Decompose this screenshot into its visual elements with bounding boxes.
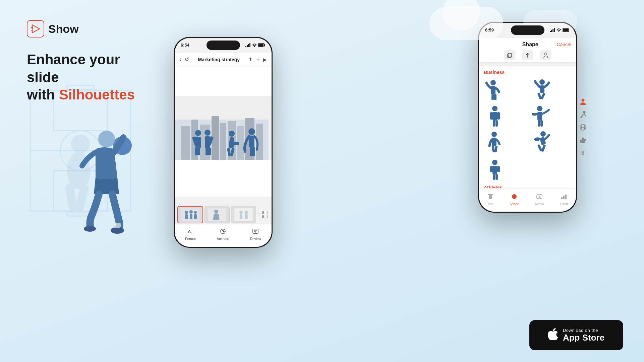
svg-rect-19 [245,46,246,47]
person-cat-svg [579,98,587,105]
svg-rect-53 [252,147,255,156]
business-shape-5[interactable] [484,130,507,153]
svg-point-45 [229,131,235,137]
thumbnail-strip [177,206,269,223]
copy-icon-svg [507,52,513,58]
svg-point-64 [239,211,243,214]
back-icon[interactable]: ‹ [179,56,181,63]
thumbnail-3[interactable] [231,206,256,223]
svg-point-86 [544,53,547,55]
phone-1-status-icons [245,43,266,47]
shape-icon-svg [511,193,518,200]
svg-rect-142 [580,140,582,143]
chart-tab-icon [561,193,567,202]
thumb-silhouette-3 [234,208,253,221]
text-tab-icon [487,193,494,202]
svg-marker-16 [32,25,40,33]
svg-marker-133 [539,196,541,199]
logo-text: Show [48,22,79,35]
headline-line1: Enhance your slide [27,52,120,85]
biz-silhouette-1 [485,79,507,100]
svg-point-55 [185,211,188,214]
text-tab-label: Text [487,202,493,206]
svg-rect-68 [259,211,262,214]
app-store-button[interactable]: Download on the App Store [529,320,623,350]
play-icon[interactable]: ▶ [263,57,267,62]
arrange-icon-svg [525,52,531,58]
svg-rect-44 [208,148,211,155]
thumbnail-2[interactable] [204,206,230,223]
share-icon[interactable]: ⬆ [248,57,253,63]
review-tab[interactable]: Review [250,228,261,241]
battery-icon [258,43,266,47]
animate-label: Animate [217,237,229,241]
svg-rect-80 [552,29,553,32]
running-category-icon[interactable] [578,110,588,119]
format-icon: A + [187,228,194,236]
biz-silhouette-4 [530,105,552,127]
cancel-button[interactable]: Cancel [557,42,571,47]
person-category-icon[interactable] [578,97,588,106]
svg-text:+: + [190,231,192,235]
copy-shape-icon[interactable] [504,50,515,60]
business-shape-3[interactable] [484,104,507,127]
animate-tab[interactable]: Animate [217,228,229,241]
business-shape-7[interactable] [484,157,507,181]
globe-category-icon[interactable] [578,123,588,132]
chart-tab[interactable]: Chart [560,193,568,206]
svg-point-40 [204,130,211,136]
phone-1-frame: 6:54 [174,37,273,248]
undo-icon[interactable]: ↺ [185,56,189,63]
svg-rect-43 [206,148,208,155]
player-illustration [34,114,141,238]
business-shape-6[interactable] [530,130,553,153]
svg-rect-78 [550,31,551,32]
svg-text:$: $ [581,150,584,156]
slides-grid-icon [259,211,268,218]
thumbsup-category-icon[interactable] [578,135,588,145]
business-shape-2[interactable] [530,78,553,101]
thumb-silhouette-1 [181,208,199,221]
business-shape-4[interactable] [530,104,553,127]
phone-1: 6:54 [174,37,273,248]
thumbnail-1[interactable] [177,206,203,223]
phone-2-status-icons [550,28,570,32]
add-icon[interactable]: + [256,56,260,63]
logo-area: Show [27,20,154,38]
slide-silhouettes [175,126,269,160]
phone-1-status-bar: 6:54 [181,43,266,48]
svg-rect-96 [492,112,497,121]
dollar-category-icon[interactable]: $ [578,148,588,157]
arrange-icon[interactable] [522,50,533,60]
format-tab[interactable]: A + Format [185,228,196,241]
business-shape-extra [484,157,573,181]
shape-tab-icons [484,50,571,60]
svg-rect-48 [230,148,235,156]
svg-rect-70 [259,215,262,218]
thumb-silhouette-2 [208,208,226,221]
business-shape-1[interactable] [484,78,507,101]
svg-rect-134 [561,197,563,199]
svg-rect-135 [563,196,565,199]
svg-point-14 [84,226,96,232]
svg-rect-24 [258,44,264,47]
person-icon[interactable] [540,50,551,60]
review-svg [252,228,259,235]
shape-tab[interactable]: Shape [510,193,519,206]
biz-silhouette-3 [485,105,507,127]
shape-panel-header: Shape Cancel [479,38,576,63]
svg-point-87 [490,80,496,85]
text-tab[interactable]: Text [487,193,494,206]
svg-rect-108 [494,145,497,152]
thumbsup-cat-svg [579,136,587,144]
chart-icon-svg [561,193,567,200]
slides-icon[interactable] [257,209,269,220]
media-tab[interactable]: Media [535,193,544,206]
sidebar-category-icons: $ [578,97,588,157]
shape-tab-label: Shape [510,202,519,206]
svg-point-12 [98,131,115,147]
apple-icon [548,328,558,342]
svg-point-109 [540,131,546,137]
business-section-title: Business [484,70,573,75]
svg-rect-69 [264,211,267,214]
